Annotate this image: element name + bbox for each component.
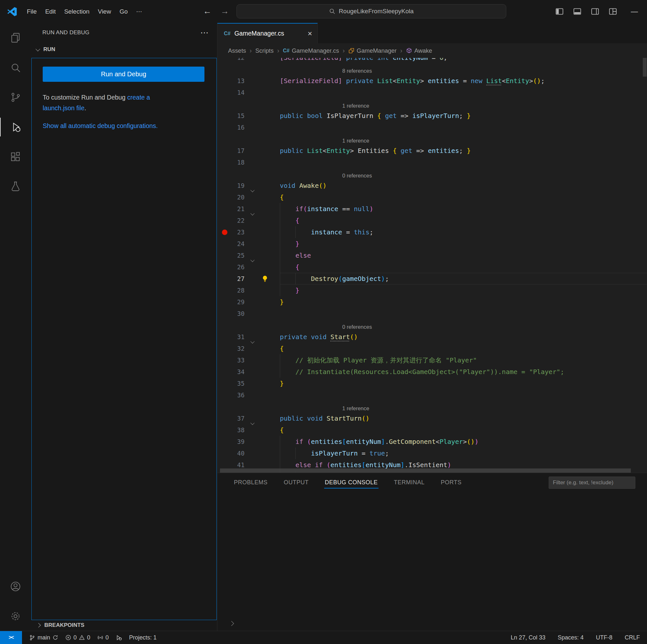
- line-number[interactable]: 25: [217, 250, 244, 261]
- editor-gutter[interactable]: 18: [217, 156, 280, 168]
- menu-item[interactable]: ⋯: [132, 6, 147, 17]
- code-line[interactable]: // 初始化加载 Player 资源，并对其进行了命名 "Player": [280, 354, 647, 366]
- breadcrumb-scripts[interactable]: Scripts: [255, 47, 274, 54]
- code-line[interactable]: {: [280, 343, 647, 354]
- toggle-panel-icon[interactable]: [573, 7, 582, 16]
- code-line[interactable]: public bool IsPlayerTurn { get => isPlay…: [280, 110, 647, 122]
- code-line[interactable]: isPlayerTurn = true;: [280, 448, 647, 459]
- code-line[interactable]: [SerializeField] private List<Entity> en…: [280, 75, 647, 87]
- editor-gutter[interactable]: 40: [217, 448, 280, 459]
- command-center-search[interactable]: RougeLikeFromSleepyKola: [236, 4, 506, 18]
- line-number[interactable]: 29: [217, 296, 244, 308]
- editor-gutter[interactable]: 27: [217, 273, 280, 285]
- menu-item[interactable]: Selection: [60, 6, 93, 17]
- tab-gamemanager[interactable]: C# GameManager.cs ×: [217, 23, 318, 43]
- editor-gutter[interactable]: 16: [217, 122, 280, 133]
- line-number[interactable]: 18: [217, 156, 244, 168]
- encoding[interactable]: UTF-8: [596, 634, 613, 641]
- code-line[interactable]: [280, 389, 647, 401]
- breakpoints-section-header[interactable]: BREAKPOINTS: [31, 620, 217, 631]
- line-number[interactable]: 34: [217, 366, 244, 378]
- line-number[interactable]: 20: [217, 191, 244, 203]
- line-number[interactable]: 22: [217, 215, 244, 226]
- vertical-scrollbar[interactable]: [643, 58, 647, 77]
- editor-gutter[interactable]: 25: [217, 250, 280, 261]
- code-line[interactable]: instance = this;: [280, 226, 647, 238]
- tab-problems[interactable]: PROBLEMS: [233, 474, 268, 491]
- code-line[interactable]: [280, 308, 647, 319]
- menu-item[interactable]: Go: [115, 6, 132, 17]
- code-line[interactable]: [SerializeField] private int entityNum =…: [280, 58, 647, 63]
- code-line[interactable]: }: [280, 285, 647, 296]
- code-line[interactable]: {: [280, 191, 647, 203]
- editor-gutter[interactable]: 23: [217, 226, 280, 238]
- code-line[interactable]: [280, 156, 647, 168]
- editor-gutter[interactable]: 29: [217, 296, 280, 308]
- code-line[interactable]: {: [280, 424, 647, 436]
- line-number[interactable]: 16: [217, 122, 244, 133]
- branch-item[interactable]: main: [29, 634, 58, 641]
- toggle-sidebar-icon[interactable]: [555, 7, 564, 16]
- code-line[interactable]: }: [280, 378, 647, 389]
- editor-gutter[interactable]: 38: [217, 424, 280, 436]
- show-configs-link[interactable]: Show all automatic debug configurations.: [43, 122, 216, 130]
- editor-gutter[interactable]: 22: [217, 215, 280, 226]
- horizontal-scrollbar[interactable]: [220, 469, 631, 473]
- run-section-header[interactable]: RUN: [31, 43, 217, 57]
- lightbulb-icon[interactable]: [262, 275, 269, 282]
- navigate-forward-icon[interactable]: →: [221, 6, 229, 16]
- breadcrumb-assets[interactable]: Assets: [228, 47, 246, 54]
- activity-source-control[interactable]: [0, 82, 31, 112]
- code-line[interactable]: [280, 87, 647, 98]
- run-and-debug-button[interactable]: Run and Debug: [43, 67, 205, 82]
- line-number[interactable]: 15: [217, 110, 244, 122]
- indentation[interactable]: Spaces: 4: [558, 634, 584, 641]
- line-number[interactable]: 26: [217, 261, 244, 273]
- editor-gutter[interactable]: 19: [217, 180, 280, 191]
- code-line[interactable]: // Instantiate(Resources.Load<GameObject…: [280, 366, 647, 378]
- menu-item[interactable]: File: [23, 6, 41, 17]
- editor-gutter[interactable]: 17: [217, 145, 280, 156]
- debug-console-prompt[interactable]: [230, 621, 233, 627]
- code-line[interactable]: }: [280, 238, 647, 250]
- line-number[interactable]: 24: [217, 238, 244, 250]
- line-number[interactable]: 21: [217, 203, 244, 215]
- breadcrumb-class[interactable]: GameManager: [348, 47, 397, 54]
- editor-gutter[interactable]: 28: [217, 285, 280, 296]
- eol-sequence[interactable]: CRLF: [625, 634, 640, 641]
- code-line[interactable]: }: [280, 296, 647, 308]
- breadcrumb-method[interactable]: Awake: [406, 47, 432, 54]
- editor-gutter[interactable]: 39: [217, 436, 280, 448]
- line-number[interactable]: 17: [217, 145, 244, 156]
- activity-extensions[interactable]: [0, 142, 31, 172]
- line-number[interactable]: 30: [217, 308, 244, 319]
- debug-console-filter-input[interactable]: [549, 477, 635, 489]
- code-editor[interactable]: 12[SerializeField] private int entityNum…: [217, 58, 647, 473]
- tab-terminal[interactable]: TERMINAL: [393, 474, 425, 491]
- code-line[interactable]: public void StartTurn(): [280, 412, 647, 424]
- code-line[interactable]: [280, 122, 647, 133]
- more-actions-icon[interactable]: ⋯: [200, 31, 209, 34]
- tab-ports[interactable]: PORTS: [440, 474, 462, 491]
- editor-gutter[interactable]: 32: [217, 343, 280, 354]
- code-line[interactable]: public List<Entity> Entities { get => en…: [280, 145, 647, 156]
- ports-item[interactable]: 0: [97, 634, 109, 641]
- tab-output[interactable]: OUTPUT: [283, 474, 309, 491]
- close-icon[interactable]: ×: [308, 30, 312, 37]
- tab-debug-console[interactable]: DEBUG CONSOLE: [324, 474, 378, 491]
- line-number[interactable]: 36: [217, 389, 244, 401]
- code-line[interactable]: {: [280, 215, 647, 226]
- activity-settings[interactable]: [0, 601, 31, 631]
- editor-gutter[interactable]: 14: [217, 87, 280, 98]
- line-number[interactable]: 37: [217, 412, 244, 424]
- cursor-position[interactable]: Ln 27, Col 33: [511, 634, 546, 641]
- line-number[interactable]: 31: [217, 331, 244, 343]
- editor-gutter[interactable]: 35: [217, 378, 280, 389]
- code-line[interactable]: Destroy(gameObject);: [280, 273, 647, 285]
- breadcrumb-file[interactable]: C# GameManager.cs: [283, 47, 339, 54]
- editor-gutter[interactable]: 21: [217, 203, 280, 215]
- editor-gutter[interactable]: 30: [217, 308, 280, 319]
- activity-search[interactable]: [0, 53, 31, 82]
- menu-item[interactable]: View: [94, 6, 116, 17]
- remote-indicator[interactable]: ><: [0, 631, 22, 644]
